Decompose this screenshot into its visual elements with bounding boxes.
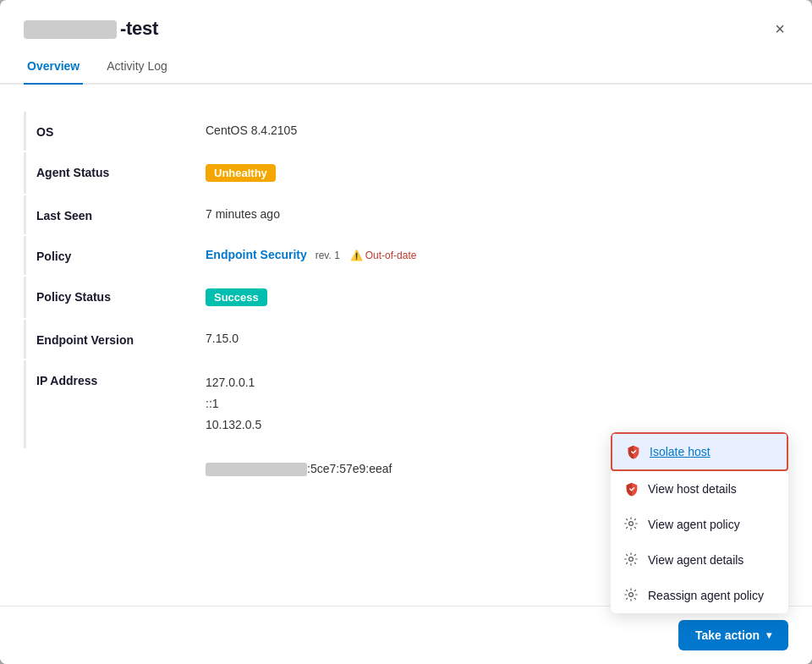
modal-header: -test × (0, 0, 812, 41)
label-agent-status: Agent Status (36, 164, 206, 179)
gear-icon-agent-policy (624, 517, 639, 532)
policy-rev: rev. 1 (315, 250, 340, 261)
gear-icon-reassign (624, 588, 639, 603)
label-last-seen: Last Seen (36, 207, 206, 222)
value-last-seen: 7 minutes ago (206, 207, 788, 221)
shield-icon-isolate (626, 444, 641, 459)
field-agent-status: Agent Status Unhealthy (24, 152, 788, 194)
mac-suffix: :5ce7:57e9:eeaf (307, 462, 392, 475)
blurred-mac-prefix (206, 463, 307, 476)
policy-outdated: ⚠️ Out-of-date (350, 250, 417, 261)
svg-point-0 (629, 522, 634, 526)
dropdown-menu: Isolate host View host details (611, 432, 788, 613)
field-endpoint-version: Endpoint Version 7.15.0 (24, 320, 788, 359)
field-policy: Policy Endpoint Security rev. 1 ⚠️ Out-o… (24, 236, 788, 275)
modal-title: -test (24, 18, 158, 40)
dropdown-item-view-agent-policy[interactable]: View agent policy (611, 507, 788, 542)
tab-activity-log[interactable]: Activity Log (103, 51, 171, 85)
modal: -test × Overview Activity Log OS CentOS … (0, 0, 812, 664)
label-endpoint-version: Endpoint Version (36, 332, 206, 347)
ip-line-2: ::1 (206, 393, 788, 414)
status-badge-success: Success (206, 288, 267, 306)
blurred-title-prefix (24, 20, 117, 39)
label-os: OS (36, 123, 206, 139)
tab-overview[interactable]: Overview (24, 51, 83, 85)
shield-icon-host-details (624, 481, 639, 497)
modal-footer: Take action ▾ (0, 606, 812, 664)
value-ip-address: 127.0.0.1 ::1 10.132.0.5 (206, 372, 788, 436)
chevron-down-icon: ▾ (766, 629, 771, 641)
svg-point-2 (629, 593, 634, 597)
field-policy-status: Policy Status Success (24, 277, 788, 318)
svg-point-1 (629, 557, 634, 562)
warning-icon: ⚠️ (350, 250, 363, 261)
value-os: CentOS 8.4.2105 (206, 123, 788, 137)
value-endpoint-version: 7.15.0 (206, 332, 788, 345)
field-os: OS CentOS 8.4.2105 (24, 112, 788, 151)
dropdown-label-reassign-agent-policy: Reassign agent policy (648, 589, 764, 602)
ip-line-1: 127.0.0.1 (206, 372, 788, 393)
field-last-seen: Last Seen 7 minutes ago (24, 195, 788, 234)
modal-overlay: -test × Overview Activity Log OS CentOS … (0, 0, 812, 664)
modal-body: OS CentOS 8.4.2105 Agent Status Unhealth… (0, 85, 812, 664)
title-suffix: -test (120, 18, 158, 39)
take-action-button[interactable]: Take action ▾ (678, 620, 788, 650)
dropdown-item-view-host-details[interactable]: View host details (611, 471, 788, 507)
close-button[interactable]: × (771, 17, 788, 41)
value-agent-status: Unhealthy (206, 164, 788, 182)
dropdown-label-view-agent-details: View agent details (648, 553, 743, 567)
label-ip-address: IP Address (36, 372, 206, 387)
dropdown-label-view-agent-policy: View agent policy (648, 518, 740, 531)
take-action-label: Take action (695, 628, 760, 642)
dropdown-item-isolate-host[interactable]: Isolate host (611, 432, 788, 471)
label-policy-status: Policy Status (36, 288, 206, 304)
dropdown-item-reassign-agent-policy[interactable]: Reassign agent policy (611, 578, 788, 613)
label-mac-address (36, 462, 206, 464)
value-policy: Endpoint Security rev. 1 ⚠️ Out-of-date (206, 248, 788, 261)
status-badge-unhealthy: Unhealthy (206, 164, 276, 182)
tab-bar: Overview Activity Log (0, 51, 812, 85)
gear-icon-agent-details (624, 552, 639, 568)
dropdown-label-isolate-host: Isolate host (650, 445, 710, 458)
dropdown-label-view-host-details: View host details (648, 482, 737, 496)
label-policy: Policy (36, 248, 206, 263)
value-policy-status: Success (206, 288, 788, 306)
dropdown-item-view-agent-details[interactable]: View agent details (611, 542, 788, 578)
policy-link[interactable]: Endpoint Security (206, 248, 307, 261)
